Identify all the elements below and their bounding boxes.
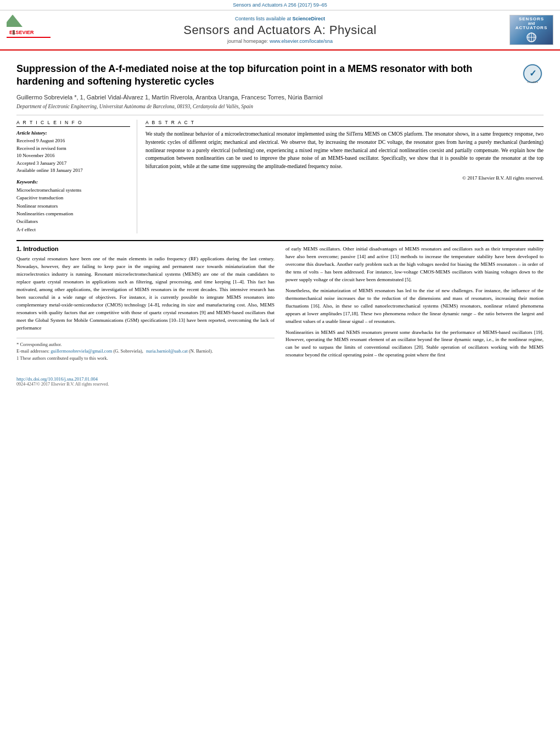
keyword-3: Nonlinear resonators [16, 202, 130, 210]
logo-line3: ACTUATORS [516, 25, 547, 30]
contents-label: Contents lists available at [235, 16, 291, 21]
article-info-abstract-section: A R T I C L E I N F O Article history: R… [16, 115, 544, 233]
article-history-label: Article history: [16, 130, 130, 136]
keywords-section: Keywords: Microelectromechanical systems… [16, 179, 130, 233]
keyword-2: Capacitive transduction [16, 194, 130, 202]
keyword-1: Microelectromechanical systems [16, 186, 130, 194]
doi-line[interactable]: http://dx.doi.org/10.1016/j.sna.2017.01.… [16, 376, 544, 382]
main-content: Suppression of the A-f-mediated noise at… [0, 51, 560, 368]
logo-line1: SENSORS [519, 16, 544, 21]
available-date: Available online 18 January 2017 [16, 167, 130, 175]
journal-title: Sensors and Actuators A: Physical [56, 23, 504, 37]
journal-citation-banner: Sensors and Actuators A 256 (2017) 59–65 [0, 0, 560, 10]
received-revised-label: Received in revised form [16, 145, 130, 153]
body-right-col: of early MEMS oscillators. Other initial… [285, 246, 544, 362]
sciencedirect-link[interactable]: ScienceDirect [293, 16, 326, 21]
keyword-6: A-f effect [16, 226, 130, 233]
email2-name: (N. Barniol). [189, 348, 213, 354]
received-revised-date: 10 November 2016 [16, 152, 130, 160]
section1-title: 1. Introduction [16, 246, 275, 252]
journal-homepage: journal homepage: www.elsevier.com/locat… [56, 38, 504, 44]
email-addresses: E-mail addresses: guillermosobreviela@gm… [16, 348, 275, 355]
article-title: Suppression of the A-f-mediated noise at… [16, 63, 516, 88]
accepted-date: Accepted 3 January 2017 [16, 160, 130, 168]
article-info-column: A R T I C L E I N F O Article history: R… [16, 120, 137, 233]
email1-link[interactable]: guillermosobreviela@gmail.com [51, 348, 112, 354]
received-date: Received 9 August 2016 [16, 137, 130, 145]
homepage-url[interactable]: www.elsevier.com/locate/sna [270, 38, 333, 44]
issn-line: 0924-4247/© 2017 Elsevier B.V. All right… [16, 382, 544, 387]
article-title-section: Suppression of the A-f-mediated noise at… [16, 63, 544, 88]
keyword-4: Nonlinearities compensation [16, 210, 130, 217]
abstract-header: A B S T R A C T [145, 120, 544, 127]
authors: Guillermo Sobreviela *, 1, Gabriel Vidal… [16, 93, 544, 102]
abstract-text: We study the nonlinear behavior of a mic… [145, 130, 544, 171]
body-divider [16, 240, 544, 241]
body-para-1: Quartz crystal resonators have been one … [16, 255, 275, 332]
affiliation: Department of Electronic Engineering, Un… [16, 104, 544, 109]
copyright-line: © 2017 Elsevier B.V. All rights reserved… [145, 175, 544, 181]
keyword-5: Oscillators [16, 217, 130, 225]
journal-logo-box: SENSORS and ACTUATORS [509, 15, 553, 45]
svg-text:CrossMark: CrossMark [527, 81, 537, 83]
contents-available-line: Contents lists available at ScienceDirec… [56, 16, 504, 21]
svg-text:✓: ✓ [529, 69, 536, 78]
crossmark-logo[interactable]: ✓ CrossMark [522, 63, 544, 85]
journal-header: ELSEVIER Contents lists available at Sci… [0, 10, 560, 51]
svg-rect-3 [13, 30, 15, 35]
email-label: E-mail addresses: [16, 348, 49, 354]
email1-name: (G. Sobreviela), [113, 348, 143, 354]
abstract-column: A B S T R A C T We study the nonlinear b… [145, 120, 544, 233]
footnote1-text: 1 These authors contributed equally to t… [16, 355, 275, 362]
citation-text: Sensors and Actuators A 256 (2017) 59–65 [233, 2, 327, 8]
bottom-bar: http://dx.doi.org/10.1016/j.sna.2017.01.… [0, 373, 560, 389]
body-two-col: 1. Introduction Quartz crystal resonator… [16, 246, 544, 362]
keywords-label: Keywords: [16, 179, 130, 185]
elsevier-logo: ELSEVIER [7, 15, 51, 45]
body-left-col: 1. Introduction Quartz crystal resonator… [16, 246, 275, 362]
journal-center: Contents lists available at ScienceDirec… [51, 16, 509, 44]
body-para-4: Nonlinearities in MEMS and NEMS resonato… [285, 329, 544, 360]
article-info-header: A R T I C L E I N F O [16, 120, 130, 127]
body-para-2: of early MEMS oscillators. Other initial… [285, 246, 544, 284]
homepage-label: journal homepage: [227, 38, 268, 44]
corresponding-author-note: * Corresponding author. [16, 341, 275, 348]
email2-link[interactable]: nuria.barniol@uab.cat [146, 348, 188, 354]
body-para-3: Nonetheless, the miniaturization of MEMS… [285, 287, 544, 326]
logo-line2: and [528, 21, 535, 25]
svg-rect-4 [7, 37, 51, 38]
footnote-area: * Corresponding author. E-mail addresses… [16, 338, 275, 362]
